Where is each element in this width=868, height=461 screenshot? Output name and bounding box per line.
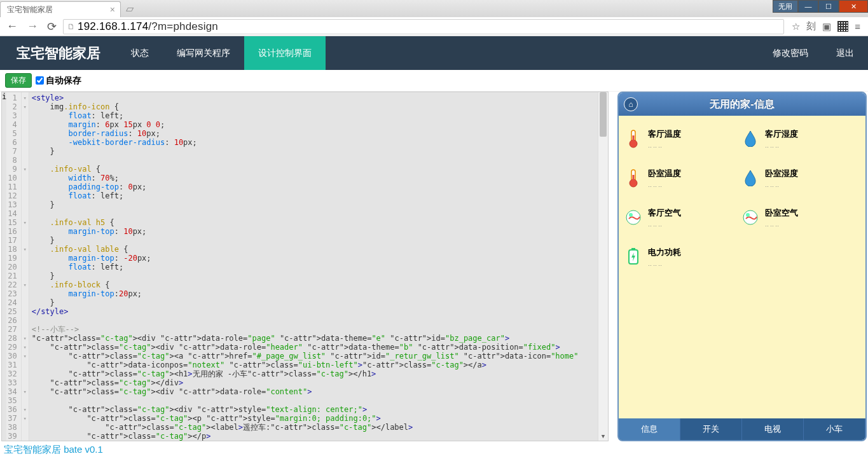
reload-icon[interactable]: ⟳ [45, 20, 59, 34]
info-block: 客厅空气‥‥‥ [625, 207, 742, 228]
nav-design[interactable]: 设计控制界面 [244, 36, 326, 70]
home-icon[interactable]: ⌂ [624, 97, 638, 111]
scrollbar-thumb[interactable] [600, 92, 607, 137]
back-icon[interactable]: ← [4, 20, 20, 33]
info-value: ‥‥‥ [765, 221, 798, 228]
autosave-checkbox[interactable] [36, 76, 44, 85]
brand: 宝宅智能家居 [0, 36, 117, 70]
info-label: 客厅温度 [648, 128, 681, 140]
info-value: ‥‥‥ [648, 142, 681, 149]
svg-point-7 [629, 213, 633, 217]
svg-rect-5 [633, 175, 635, 182]
browser-chrome: 宝宅智能家居 × ▱ 无用 — ☐ ✕ ← → ⟳ 🗋 192.168.1.17… [0, 0, 868, 36]
save-button[interactable]: 保存 [5, 73, 32, 88]
url-text: 192.168.1.174/?m=phdesign [78, 20, 218, 33]
info-icon: i [2, 92, 6, 441]
thermo-icon [625, 128, 642, 149]
window-buttons: 无用 — ☐ ✕ [773, 0, 868, 13]
code-editor[interactable]: i 12345678910111213141516171819202122232… [1, 92, 609, 441]
info-value: ‥‥‥ [648, 182, 681, 188]
qrcode-icon[interactable] [837, 21, 848, 32]
preview-panel: ⌂ 无用的家-信息 客厅温度‥‥‥客厅湿度‥‥‥卧室温度‥‥‥卧室湿度‥‥‥客厅… [617, 92, 867, 441]
info-value: ‥‥‥ [648, 221, 681, 228]
info-text: 卧室湿度‥‥‥ [765, 168, 798, 188]
footer-version: 宝宅智能家居 bate v0.1 [0, 441, 868, 458]
star-icon[interactable]: ☆ [792, 21, 800, 32]
nav-status[interactable]: 状态 [117, 36, 163, 70]
drop-icon [742, 128, 759, 149]
power-icon [625, 247, 642, 267]
tab-info[interactable]: 信息 [619, 418, 680, 440]
editor-toolbar: 保存 自动保存 [0, 70, 868, 92]
info-block: 电力功耗‥‥‥ [625, 247, 742, 267]
preview-header: ⌂ 无用的家-信息 [619, 93, 865, 116]
tab-strip: 宝宅智能家居 × ▱ 无用 — ☐ ✕ [0, 0, 868, 17]
vertical-scrollbar[interactable]: ▲ ▼ [598, 92, 608, 441]
info-text: 客厅空气‥‥‥ [648, 207, 681, 228]
info-label: 卧室温度 [648, 168, 681, 179]
info-value: ‥‥‥ [765, 142, 798, 149]
tab-tv[interactable]: 电视 [742, 418, 804, 440]
air-icon [742, 207, 759, 228]
info-text: 客厅湿度‥‥‥ [765, 128, 798, 149]
slash-icon[interactable]: 刻 [806, 20, 816, 32]
minimize-icon[interactable]: — [798, 0, 818, 13]
nav-program[interactable]: 编写网关程序 [163, 36, 244, 70]
autosave-label[interactable]: 自动保存 [36, 75, 81, 86]
info-value: ‥‥‥ [765, 182, 798, 188]
tab-car[interactable]: 小车 [804, 418, 865, 440]
address-bar: ← → ⟳ 🗋 192.168.1.174/?m=phdesign ☆ 刻 ▣ … [0, 17, 868, 36]
info-block: 客厅温度‥‥‥ [625, 128, 742, 149]
preview-body: 客厅温度‥‥‥客厅湿度‥‥‥卧室温度‥‥‥卧室湿度‥‥‥客厅空气‥‥‥卧室空气‥… [619, 116, 865, 418]
preview-title: 无用的家-信息 [619, 98, 865, 111]
info-label: 客厅湿度 [765, 128, 798, 140]
tab-switch[interactable]: 开关 [680, 418, 742, 440]
nav-logout[interactable]: 退出 [822, 36, 868, 70]
fold-column: ▾▾▾▾▾▾▾▾▾▾▾▾ [22, 92, 29, 441]
info-text: 卧室空气‥‥‥ [765, 207, 798, 228]
svg-rect-2 [633, 135, 635, 143]
preview-tabbar: 信息 开关 电视 小车 [619, 418, 865, 440]
maximize-icon[interactable]: ☐ [818, 0, 839, 13]
info-value: ‥‥‥ [648, 261, 681, 267]
info-block: 卧室湿度‥‥‥ [742, 168, 859, 188]
info-text: 客厅温度‥‥‥ [648, 128, 681, 149]
code-content[interactable]: <style> img.info-icon { float: left; mar… [29, 92, 608, 441]
info-text: 卧室温度‥‥‥ [648, 168, 681, 188]
url-input[interactable]: 🗋 192.168.1.174/?m=phdesign [63, 19, 784, 34]
nav-change-password[interactable]: 修改密码 [759, 36, 822, 70]
browser-tab[interactable]: 宝宅智能家居 × [0, 1, 121, 17]
tab-title: 宝宅智能家居 [7, 4, 53, 15]
new-tab-button[interactable]: ▱ [121, 0, 139, 17]
info-label: 卧室湿度 [765, 168, 798, 179]
info-label: 电力功耗 [648, 247, 681, 258]
close-icon[interactable]: × [110, 4, 115, 15]
svg-point-9 [746, 213, 750, 217]
page-icon: 🗋 [67, 22, 75, 31]
info-label: 卧室空气 [765, 207, 798, 219]
air-icon [625, 207, 642, 228]
addr-right-icons: ☆ 刻 ▣ ≡ [788, 20, 864, 32]
info-block: 客厅湿度‥‥‥ [742, 128, 859, 149]
window-nouse-button[interactable]: 无用 [773, 0, 798, 13]
app-header: 宝宅智能家居 状态 编写网关程序 设计控制界面 修改密码 退出 [0, 36, 868, 70]
info-label: 客厅空气 [648, 207, 681, 219]
read-icon[interactable]: ▣ [822, 21, 831, 32]
editor-gutter: 1234567891011121314151617181920212223242… [6, 92, 21, 441]
forward-icon[interactable]: → [24, 20, 41, 33]
menu-icon[interactable]: ≡ [855, 21, 860, 32]
thermo-icon [625, 168, 642, 188]
svg-rect-11 [631, 248, 635, 250]
info-block: 卧室空气‥‥‥ [742, 207, 859, 228]
info-text: 电力功耗‥‥‥ [648, 247, 681, 267]
scroll-down-icon[interactable]: ▼ [598, 432, 608, 441]
close-window-icon[interactable]: ✕ [839, 0, 868, 13]
info-block: 卧室温度‥‥‥ [625, 168, 742, 188]
drop-icon [742, 168, 759, 188]
